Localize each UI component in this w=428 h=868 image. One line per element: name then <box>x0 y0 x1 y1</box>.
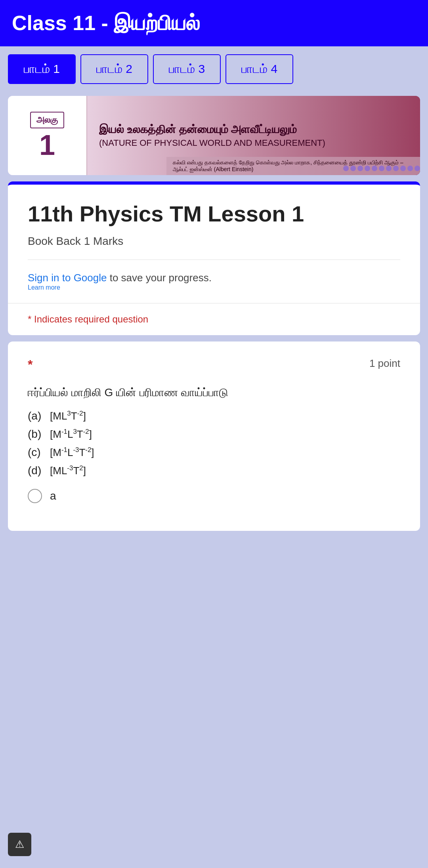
learn-more-link[interactable]: Learn more <box>28 284 60 291</box>
signin-link[interactable]: Sign in to Google <box>28 272 107 284</box>
option-c: (c) [M-1L-3T-2] <box>28 446 400 459</box>
option-b-value: [M-1L3T-2] <box>50 428 92 441</box>
answer-options: a <box>28 489 400 503</box>
banner-lesson-number: 1 <box>39 131 55 159</box>
required-text: * Indicates required question <box>28 314 400 325</box>
form-card: 11th Physics TM Lesson 1 Book Back 1 Mar… <box>8 181 420 335</box>
lesson-banner: அலகு 1 இயல் உலகத்தின் தன்மையும் அளவீட்டி… <box>8 96 420 175</box>
option-d-value: [ML-3T2] <box>50 464 86 477</box>
form-required-notice: * Indicates required question <box>8 303 420 335</box>
page-title: Class 11 - இயற்பியல் <box>12 11 416 35</box>
banner-number-section: அலகு 1 <box>8 96 87 175</box>
option-c-label: (c) <box>28 446 44 459</box>
form-header: 11th Physics TM Lesson 1 Book Back 1 Mar… <box>8 185 420 259</box>
question-1-card: * 1 point ஈர்ப்பியல் மாறிலி G யின் பரிமா… <box>8 341 420 531</box>
answer-choice-a[interactable]: a <box>28 489 400 503</box>
banner-alagu-label: அலகு <box>30 112 64 128</box>
app-header: Class 11 - இயற்பியல் <box>0 0 428 46</box>
option-b: (b) [M-1L3T-2] <box>28 428 400 441</box>
tab-padam-3[interactable]: பாடம் 3 <box>153 54 221 84</box>
option-a: (a) [ML3T-2] <box>28 410 400 422</box>
question-1-points: 1 point <box>369 357 400 370</box>
answer-choice-a-label: a <box>50 490 56 502</box>
option-a-label: (a) <box>28 410 44 422</box>
form-title: 11th Physics TM Lesson 1 <box>28 200 400 227</box>
radio-a[interactable] <box>28 489 42 503</box>
tab-padam-1[interactable]: பாடம் 1 <box>8 54 76 84</box>
question-1-required-star: * <box>28 357 32 372</box>
option-a-value: [ML3T-2] <box>50 410 86 422</box>
option-d: (d) [ML-3T2] <box>28 464 400 477</box>
question-1-options: (a) [ML3T-2] (b) [M-1L3T-2] (c) [M-1L-3T… <box>28 410 400 477</box>
banner-title-english: (NATURE OF PHYSICAL WORLD AND MEASUREMEN… <box>99 138 408 148</box>
feedback-button[interactable]: ⚠ <box>8 833 31 856</box>
banner-footer-quote: கல்வி என்பது தகவல்களைத் தேறிது கொள்வது அ… <box>166 157 420 175</box>
question-1-description: ஈர்ப்பியல் மாறிலி G யின் பரிமாண வாய்ப்பா… <box>28 384 400 402</box>
tab-padam-2[interactable]: பாடம் 2 <box>80 54 148 84</box>
option-d-label: (d) <box>28 464 44 477</box>
main-content: அலகு 1 இயல் உலகத்தின் தன்மையும் அளவீட்டி… <box>0 88 428 539</box>
banner-title-tamil: இயல் உலகத்தின் தன்மையும் அளவீட்டியலும் <box>99 123 408 136</box>
option-c-value: [M-1L-3T-2] <box>50 446 94 459</box>
form-subtitle: Book Back 1 Marks <box>28 235 400 248</box>
banner-title-section: இயல் உலகத்தின் தன்மையும் அளவீட்டியலும் (… <box>87 96 420 175</box>
option-b-label: (b) <box>28 428 44 441</box>
form-signin-section: Sign in to Google to save your progress.… <box>8 260 420 303</box>
question-1-header: * 1 point <box>28 357 400 372</box>
tab-padam-4[interactable]: பாடம் 4 <box>225 54 293 84</box>
question-1-body: ஈர்ப்பியல் மாறிலி G யின் பரிமாண வாய்ப்பா… <box>28 384 400 503</box>
tab-bar: பாடம் 1 பாடம் 2 பாடம் 3 பாடம் 4 <box>0 46 428 88</box>
feedback-icon: ⚠ <box>15 838 24 851</box>
